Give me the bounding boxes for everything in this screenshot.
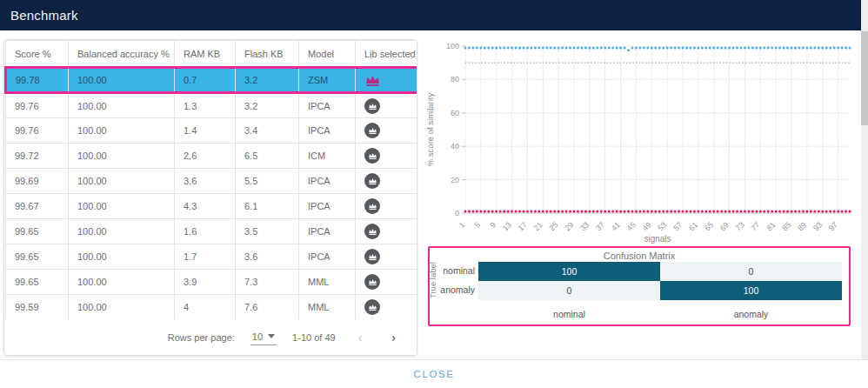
y-axis-label: % score of similarity	[425, 93, 435, 167]
table-row[interactable]: 99.59100.0047.6MML	[6, 295, 418, 320]
anomaly-dot	[596, 211, 598, 213]
scatter-plot: 0204060801001591317212529333741454953576…	[424, 31, 861, 247]
table-row[interactable]: 99.76100.001.43.4IPCA	[6, 118, 418, 144]
table-row[interactable]: 99.69100.003.65.5IPCA	[6, 169, 418, 194]
anomaly-dot	[507, 211, 510, 213]
nominal-dot	[701, 46, 704, 49]
anomaly-dot	[744, 211, 746, 213]
cell-model: IPCA	[299, 244, 356, 270]
anomaly-dot	[580, 211, 583, 213]
y-tick-label: 80	[451, 75, 459, 84]
dialog-header: Benchmark	[0, 0, 861, 30]
nominal-dot	[813, 46, 816, 49]
close-button[interactable]: CLOSE	[0, 369, 868, 379]
x-tick-label: 97	[827, 220, 839, 232]
x-tick-label: 69	[718, 220, 731, 232]
cell-flash_kb: 6.1	[236, 194, 299, 219]
x-tick-label: 65	[703, 220, 715, 232]
anomaly-dot	[841, 211, 844, 213]
nominal-dot	[783, 46, 785, 49]
nominal-dot	[651, 46, 653, 49]
rows-per-page-select[interactable]: 10	[250, 330, 277, 345]
confusion-matrix: Confusion Matrix True label nominal anom…	[428, 246, 851, 326]
anomaly-dot	[537, 211, 540, 213]
page-title: Benchmark	[10, 8, 78, 23]
cell-balanced_accuracy: 100.00	[69, 295, 175, 320]
nominal-dot	[682, 46, 684, 49]
anomaly-dot	[558, 211, 560, 213]
x-tick-label: 1	[457, 220, 467, 230]
x-tick-label: 61	[687, 220, 699, 232]
anomaly-dot	[709, 211, 711, 213]
nominal-dot	[805, 46, 808, 49]
nominal-dot	[503, 46, 505, 49]
benchmark-table: Score % Balanced accuracy % RAM KB Flash…	[4, 40, 417, 320]
scrollbar[interactable]	[861, 0, 868, 359]
next-page-icon[interactable]: ›	[384, 331, 403, 344]
cell-balanced_accuracy: 100.00	[69, 118, 175, 144]
crown-badge-icon[interactable]	[364, 299, 380, 315]
crown-badge-icon[interactable]	[364, 198, 380, 214]
crown-badge-icon[interactable]	[364, 123, 380, 138]
anomaly-dot	[810, 211, 812, 213]
table-row[interactable]: 99.78100.000.73.2ZSM	[6, 68, 418, 93]
anomaly-dot	[791, 211, 793, 213]
col-balanced-accuracy: Balanced accuracy %	[69, 41, 175, 68]
anomaly-dot	[837, 211, 839, 213]
cell-lib-selected	[356, 244, 418, 270]
nominal-dot	[534, 46, 537, 49]
table-header-row: Score % Balanced accuracy % RAM KB Flash…	[6, 41, 418, 68]
nominal-dot	[569, 46, 571, 49]
nominal-dot	[849, 46, 851, 49]
nominal-dot	[580, 46, 583, 49]
anomaly-dot	[518, 211, 521, 213]
nominal-dot	[468, 46, 471, 49]
nominal-dot	[518, 46, 521, 49]
x-tick-label: 57	[671, 220, 684, 232]
y-tick-label: 20	[451, 176, 459, 184]
crown-badge-icon[interactable]	[364, 249, 380, 264]
scrollbar-thumb[interactable]	[861, 31, 868, 125]
table-row[interactable]: 99.72100.002.66.5ICM	[6, 144, 418, 169]
cell-ram_kb: 1.6	[175, 219, 236, 244]
nominal-dot	[596, 46, 598, 49]
nominal-dot	[728, 46, 731, 49]
nominal-dot	[592, 46, 595, 49]
crown-badge-icon[interactable]	[364, 224, 380, 239]
crown-badge-icon[interactable]	[364, 173, 380, 189]
nominal-dot	[666, 46, 669, 49]
crown-badge-icon[interactable]	[364, 274, 380, 290]
table-row[interactable]: 99.65100.001.63.5IPCA	[6, 219, 418, 244]
nominal-dot	[495, 46, 497, 49]
cell-lib-selected	[356, 93, 418, 118]
anomaly-dot	[627, 211, 630, 213]
nominal-dot	[499, 46, 502, 49]
nominal-dot	[798, 46, 800, 49]
nominal-dot	[678, 46, 680, 49]
crown-badge-icon[interactable]	[364, 98, 380, 114]
similarity-scatter-chart: 0204060801001591317212529333741454953576…	[424, 31, 861, 247]
nominal-dot	[584, 46, 587, 49]
table-row[interactable]: 99.65100.003.97.3MML	[6, 270, 418, 295]
table-row[interactable]: 99.76100.001.33.2IPCA	[6, 93, 418, 118]
nominal-dot	[600, 46, 603, 49]
nominal-dot	[771, 46, 773, 49]
table-row[interactable]: 99.67100.004.36.1IPCA	[6, 194, 418, 219]
col-flash: Flash KB	[236, 41, 299, 68]
nominal-dot	[643, 46, 645, 49]
nominal-dot	[476, 46, 478, 49]
prev-page-icon[interactable]: ‹	[351, 331, 370, 344]
nominal-dot	[658, 46, 661, 49]
table-row[interactable]: 99.65100.001.73.6IPCA	[6, 244, 418, 270]
crown-icon[interactable]	[364, 73, 381, 87]
anomaly-dot	[464, 211, 467, 213]
nominal-dot	[720, 46, 723, 49]
nominal-dot	[791, 46, 793, 49]
cell-ram_kb: 4.3	[175, 194, 236, 219]
anomaly-dot	[682, 211, 684, 213]
anomaly-dot	[833, 211, 836, 213]
nominal-dot	[487, 46, 490, 49]
nominal-dot	[786, 46, 789, 49]
crown-badge-icon[interactable]	[364, 148, 380, 164]
x-tick-label: 37	[594, 220, 606, 232]
